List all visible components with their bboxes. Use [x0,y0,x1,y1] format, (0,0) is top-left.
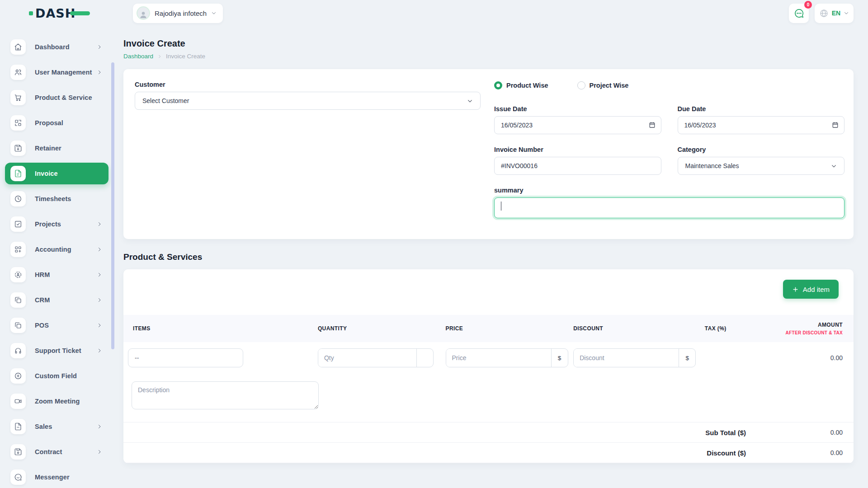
radio-project-wise-control[interactable] [577,81,585,89]
sidebar-item-timesheets[interactable]: Timesheets [0,186,114,211]
radio-product-wise-label: Product Wise [506,82,548,89]
description-textarea[interactable] [132,381,319,409]
item-select-value: -- [135,354,139,361]
breadcrumb-dashboard-link[interactable]: Dashboard [123,53,153,60]
sidebar-item-retainer[interactable]: Retainer [0,136,114,161]
sidebar-item-messenger[interactable]: Messenger [0,465,114,488]
subtotal-value: 0.00 [746,429,843,436]
sidebar-item-hrm[interactable]: HRM [0,262,114,287]
check-square-icon [14,220,22,228]
sidebar: Dashboard User Management Product & Serv… [0,26,114,488]
col-header-amount: AMOUNT AFTER DISCOUNT & TAX [777,322,854,335]
customer-select[interactable]: Select Customer [135,92,481,110]
quantity-input[interactable] [318,349,416,367]
discount-total-label: Discount ($) [707,449,746,457]
category-select[interactable]: Maintenance Sales [678,157,845,175]
price-input[interactable] [446,349,551,367]
person-icon [139,10,148,19]
sidebar-item-support-ticket[interactable]: Support Ticket [0,338,114,363]
col-header-discount: DISCOUNT [569,325,700,332]
language-selector[interactable]: EN [815,4,854,23]
cart-icon [14,94,22,102]
messages-button[interactable]: 0 [789,4,809,23]
radio-product-wise-control[interactable] [494,81,502,89]
summary-textarea[interactable] [494,197,844,218]
save-icon [14,144,22,152]
radio-project-wise[interactable]: Project Wise [577,81,629,89]
sidebar-item-proposal[interactable]: Proposal [0,110,114,136]
category-label: Category [678,146,845,153]
invoice-icon [14,169,22,178]
price-currency-addon: $ [551,349,568,367]
chevron-right-icon [97,348,102,353]
items-card: Add item ITEMS QUANTITY PRICE DISCOUNT T… [123,269,854,463]
breadcrumb-current: Invoice Create [166,53,205,60]
customer-label: Customer [135,81,481,88]
sidebar-item-sales[interactable]: Sales [0,414,114,439]
language-label: EN [832,9,840,17]
video-icon [14,397,22,405]
discount-total-row: Discount ($) 0.00 [123,443,854,463]
calendar-icon[interactable] [832,122,839,128]
sidebar-item-contract[interactable]: Contract [0,439,114,465]
due-date-label: Due Date [678,105,845,113]
sidebar-item-custom-field[interactable]: Custom Field [0,363,114,389]
headphones-icon [14,347,22,355]
sidebar-item-projects[interactable]: Projects [0,211,114,237]
qr-icon [14,119,22,127]
discount-input[interactable] [574,349,679,367]
radio-product-wise[interactable]: Product Wise [494,81,548,89]
copy-icon [14,296,22,304]
sidebar-nav: Dashboard User Management Product & Serv… [0,34,114,488]
summary-label: summary [494,187,844,194]
chevron-down-icon [831,163,837,169]
issue-date-label: Issue Date [494,105,661,113]
sidebar-item-pos[interactable]: POS [0,313,114,338]
due-date-input[interactable] [678,116,845,134]
main-content: Invoice Create Dashboard Invoice Create … [114,26,868,488]
col-header-tax: TAX (%) [700,325,777,332]
products-section-heading: Product & Services [123,252,854,262]
description-row [123,374,854,422]
add-item-button[interactable]: Add item [783,280,839,299]
company-switcher[interactable]: Rajodiya infotech [133,4,223,23]
item-row: -- $ [123,342,854,374]
sidebar-item-product-service[interactable]: Product & Service [0,85,114,110]
sidebar-item-user-management[interactable]: User Management [0,60,114,85]
sidebar-item-crm[interactable]: CRM [0,287,114,313]
chevron-down-icon [467,98,473,104]
calendar-icon[interactable] [649,122,656,128]
invoice-number-input[interactable] [494,157,661,175]
sidebar-scrollbar[interactable] [111,62,114,349]
hrm-icon [14,271,22,279]
logo-dash-accent [70,11,90,15]
item-select[interactable]: -- [128,348,243,367]
logo-text: DASH [35,6,75,20]
subtotal-row: Sub Total ($) 0.00 [123,422,854,443]
globe-icon [819,9,829,18]
discount-total-value: 0.00 [746,449,843,456]
invoice-form-card: Customer Select Customer Product Wise Pr… [123,69,854,239]
logo-dot-accent [29,11,33,15]
chevron-right-icon [97,449,102,455]
sidebar-item-zoom-meeting[interactable]: Zoom Meeting [0,389,114,414]
company-name: Rajodiya infotech [155,9,207,17]
page-title: Invoice Create [123,38,854,49]
grid-plus-icon [14,245,22,253]
invoice-type-radios: Product Wise Project Wise [494,81,844,90]
sidebar-item-dashboard[interactable]: Dashboard [0,34,114,60]
text-caret [501,202,501,211]
app-logo[interactable]: DASH [29,6,90,20]
radio-project-wise-label: Project Wise [590,82,629,89]
messages-badge: 0 [804,1,812,9]
col-header-quantity: QUANTITY [313,325,441,332]
category-select-value: Maintenance Sales [685,162,739,169]
sidebar-item-invoice[interactable]: Invoice [5,163,108,184]
save-icon [14,448,22,456]
col-header-items: ITEMS [123,325,313,332]
chevron-down-icon [844,10,849,16]
chevron-right-icon [97,297,102,303]
sidebar-item-accounting[interactable]: Accounting [0,237,114,262]
add-item-label: Add item [803,286,830,293]
issue-date-input[interactable] [494,116,661,134]
